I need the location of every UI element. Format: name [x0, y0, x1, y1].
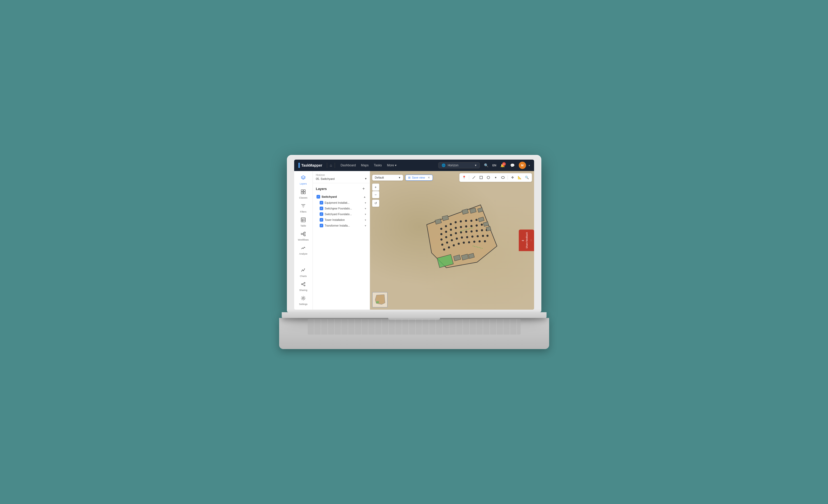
layers-icon — [301, 175, 306, 182]
app-logo[interactable]: TaskMapper — [298, 163, 323, 168]
rectangle-tool[interactable] — [478, 174, 484, 181]
nav-more-label: More — [387, 164, 394, 167]
svg-point-20 — [495, 177, 496, 178]
settings-icon — [301, 296, 306, 302]
main-content: Layers Classes — [294, 171, 534, 309]
layer-checkbox-equipment[interactable]: ✓ — [320, 201, 323, 205]
layer-checkbox-transformer[interactable]: ✓ — [320, 224, 323, 227]
chevron-down-icon-6: ▾ — [365, 207, 366, 210]
svg-rect-1 — [303, 190, 305, 192]
oval-tool[interactable] — [500, 174, 506, 181]
sublayer-switchyard-foundation-label: Switchyard Foundatio... — [325, 213, 363, 216]
point-tool[interactable] — [493, 174, 499, 181]
svg-point-12 — [303, 270, 304, 271]
breadcrumb-sub[interactable]: 05. Switchyard ▾ — [316, 177, 367, 180]
chevron-up-icon: ▲ — [364, 196, 366, 198]
svg-point-11 — [302, 269, 303, 270]
search-button[interactable]: 🔍 — [483, 162, 490, 169]
save-view-button[interactable]: ⊞ Save view ✕ — [405, 175, 433, 181]
chevron-down-icon-8: ▾ — [365, 218, 366, 221]
close-icon[interactable]: ✕ — [428, 176, 430, 179]
measure-tool[interactable]: 📐 — [517, 174, 523, 181]
layer-group-name: Switchyard — [322, 195, 362, 198]
nav-links: Dashboard Maps Tasks More ▾ — [339, 163, 399, 168]
check-icon-4: ✓ — [320, 213, 323, 215]
layer-checkbox-tower[interactable]: ✓ — [320, 218, 323, 222]
notifications-button[interactable]: 🔔 8 — [499, 162, 506, 169]
sublayer-equipment-label: Equipment Installati... — [325, 201, 363, 204]
zoom-out-button[interactable]: − — [372, 191, 379, 198]
language-selector[interactable]: EN — [492, 164, 496, 167]
layers-panel: Horizon 05. Switchyard ▾ Layers + — [313, 171, 370, 309]
map-reset-button[interactable]: ↺ — [372, 200, 379, 207]
view-label: Default — [375, 176, 384, 179]
layers-breadcrumb: Horizon 05. Switchyard ▾ — [313, 171, 370, 183]
nav-tasks[interactable]: Tasks — [372, 163, 384, 168]
keyboard-keys — [308, 319, 521, 335]
map-area[interactable]: Default ▾ ⊞ Save view ✕ 📍 — [370, 171, 534, 309]
line-tool[interactable] — [471, 174, 477, 181]
svg-rect-4 — [301, 218, 305, 222]
home-icon[interactable]: ⌂ — [330, 163, 332, 167]
layer-checkbox-switchyard[interactable]: ✓ — [317, 195, 320, 199]
top-navigation: TaskMapper ⌂ Dashboard Maps Tasks More ▾ — [294, 160, 534, 171]
svg-rect-0 — [301, 190, 303, 192]
sidebar-label-settings: Settings — [299, 303, 308, 305]
layer-checkbox-switchyard-foundation[interactable]: ✓ — [320, 212, 323, 216]
add-layer-button[interactable]: + — [361, 186, 367, 192]
sidebar-item-settings[interactable]: Settings — [294, 294, 313, 307]
pin-tool[interactable]: 📍 — [461, 174, 467, 181]
save-view-label: Save view — [412, 176, 425, 179]
layer-group-header[interactable]: ✓ Switchyard ▲ — [315, 194, 368, 200]
sidebar-label-classes: Classes — [299, 197, 307, 199]
layer-group-switchyard: ✓ Switchyard ▲ ✓ Equipment Installati... — [313, 194, 370, 228]
sidebar-item-workflows[interactable]: Workflows — [294, 229, 313, 243]
svg-rect-3 — [303, 192, 305, 194]
nav-divider — [327, 163, 327, 168]
sidebar-item-analyze[interactable]: Analyze — [294, 243, 313, 257]
nav-dashboard[interactable]: Dashboard — [339, 163, 358, 168]
nav-maps[interactable]: Maps — [359, 163, 371, 168]
table-icon — [301, 217, 306, 224]
user-avatar[interactable]: M — [519, 162, 526, 169]
globe-icon: 🌐 — [442, 164, 446, 167]
zoom-in-button[interactable]: + — [372, 183, 379, 191]
sublayer-tower[interactable]: ✓ Tower Installation ▾ — [315, 217, 368, 223]
sublayer-switchgear[interactable]: ✓ Switchgear Foundatio... ▾ — [315, 206, 368, 211]
svg-rect-18 — [480, 176, 483, 179]
chat-button[interactable]: 💬 — [509, 162, 516, 169]
svg-point-14 — [304, 282, 305, 283]
chevron-down-icon-2: ▾ — [475, 164, 477, 167]
feedback-button[interactable]: ✏ Share feedback ··· — [519, 229, 534, 251]
sidebar-label-filters: Filters — [300, 210, 307, 213]
minimap[interactable] — [372, 292, 388, 307]
move-tool[interactable]: ✥ — [509, 174, 515, 181]
view-selector[interactable]: Default ▾ — [372, 175, 403, 181]
check-icon-2: ✓ — [320, 201, 323, 204]
sidebar-label-layers: Layers — [300, 182, 307, 185]
nav-more[interactable]: More ▾ — [385, 163, 398, 168]
sublayer-switchyard-foundation[interactable]: ✓ Switchyard Foundatio... ▾ — [315, 211, 368, 217]
sublayer-tower-label: Tower Installation — [325, 218, 363, 221]
sidebar-label-sharing: Sharing — [299, 289, 307, 291]
map-zoom-controls: + − ↺ — [372, 183, 379, 207]
search-tool[interactable]: 🔍 — [524, 174, 530, 181]
chevron-down-icon-9: ▾ — [365, 224, 366, 227]
svg-point-13 — [304, 268, 305, 269]
sidebar-item-classes[interactable]: Classes — [294, 187, 313, 201]
sidebar-item-sharing[interactable]: Sharing — [294, 280, 313, 294]
check-icon-5: ✓ — [320, 218, 323, 221]
workspace-selector[interactable]: 🌐 Horizon ▾ — [438, 162, 480, 168]
chevron-down-icon-10: ▾ — [399, 176, 400, 179]
sublayer-equipment[interactable]: ✓ Equipment Installati... ▾ — [315, 200, 368, 206]
sidebar-item-charts[interactable]: Charts — [294, 265, 313, 280]
sidebar-item-table[interactable]: Table — [294, 215, 313, 229]
circle-tool[interactable] — [485, 174, 492, 181]
filters-icon — [301, 203, 306, 210]
sidebar-item-layers[interactable]: Layers — [294, 173, 313, 187]
layer-checkbox-switchgear[interactable]: ✓ — [320, 207, 323, 210]
map-toolbar: Default ▾ ⊞ Save view ✕ 📍 — [372, 173, 532, 182]
svg-point-15 — [301, 284, 302, 285]
sublayer-transformer[interactable]: ✓ Transformer Installa... ▾ — [315, 223, 368, 228]
sidebar-item-filters[interactable]: Filters — [294, 201, 313, 215]
